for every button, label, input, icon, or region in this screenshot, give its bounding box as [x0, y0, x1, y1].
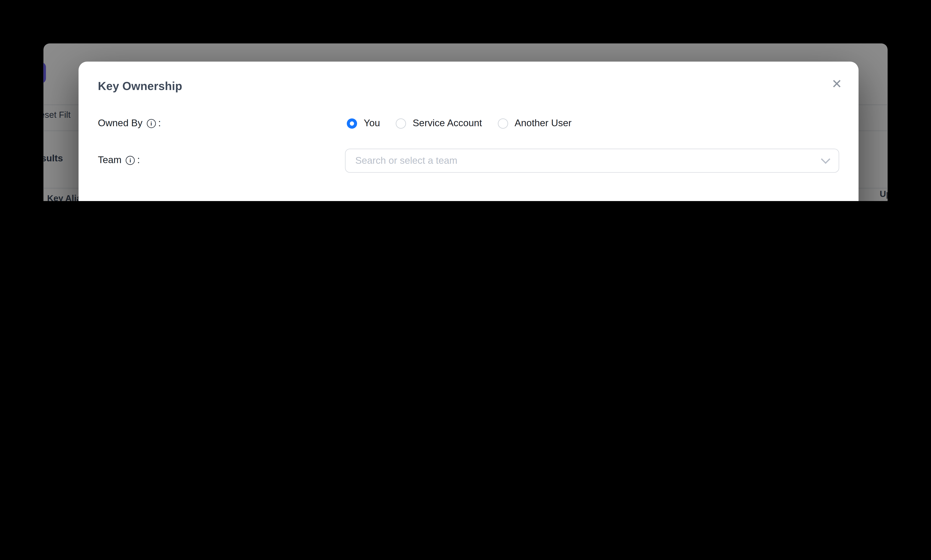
chevron-down-icon — [821, 154, 830, 164]
radio-owned-by-you[interactable]: You — [347, 118, 380, 129]
radio-owned-by-another-user[interactable]: Another User — [498, 118, 572, 129]
owned-by-radio-group: You Service Account Another User — [347, 118, 572, 129]
radio-icon — [498, 118, 508, 128]
key-ownership-section-title: Key Ownership — [98, 80, 182, 93]
close-icon[interactable]: ✕ — [829, 76, 844, 91]
radio-label: You — [364, 118, 380, 129]
radio-label: Service Account — [412, 118, 482, 129]
team-label: Team : — [98, 155, 140, 166]
owned-by-label: Owned By : — [98, 118, 161, 129]
radio-icon — [395, 118, 406, 128]
owned-by-label-text: Owned By — [98, 118, 143, 129]
team-label-text: Team — [98, 155, 122, 166]
radio-label: Another User — [514, 118, 572, 129]
info-icon — [147, 118, 156, 128]
team-select[interactable]: Search or select a team — [345, 149, 839, 172]
radio-icon — [347, 118, 357, 128]
create-key-modal: ✕ Key Ownership Owned By : You Service A… — [78, 62, 859, 201]
label-colon: : — [137, 155, 140, 166]
team-select-placeholder: Search or select a team — [346, 155, 457, 166]
info-icon — [126, 155, 135, 165]
screenshot-stage: eset Filt sults Key Alia Up - 11/ - 11/ … — [0, 0, 930, 201]
radio-owned-by-service-account[interactable]: Service Account — [395, 118, 482, 129]
label-colon: : — [158, 118, 161, 129]
